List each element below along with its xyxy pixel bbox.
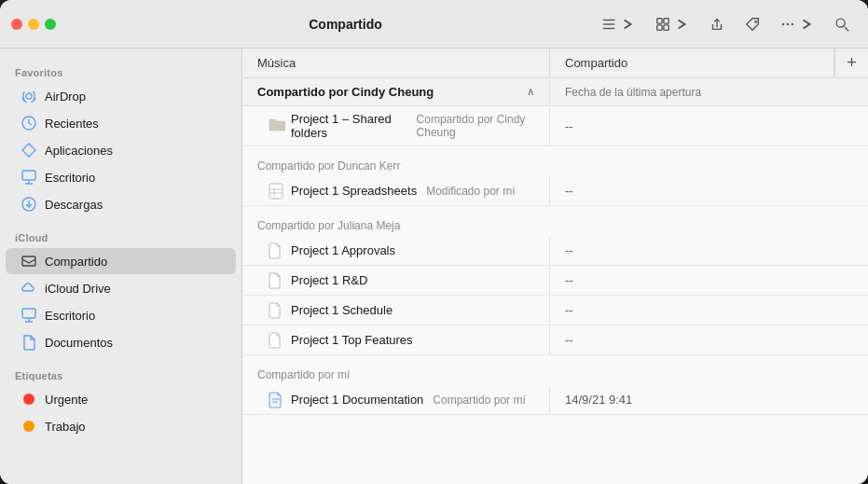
- close-button[interactable]: [11, 19, 22, 30]
- file-subtitle-project1-spreadsheets: Modificado por mí: [426, 185, 515, 198]
- table-row[interactable]: Project 1 Spreadsheets Modificado por mí…: [242, 176, 868, 206]
- file-name-project1-approvals: Project 1 Approvals: [291, 243, 395, 257]
- file-list: Compartido por Cindy Cheung ∧ Compartido…: [242, 78, 868, 484]
- grid-icon: [654, 16, 671, 33]
- download-icon: [21, 196, 37, 213]
- list-view-button[interactable]: [594, 12, 642, 36]
- sidebar-item-compartido[interactable]: Compartido: [6, 248, 236, 274]
- desktop2-icon: [21, 307, 37, 324]
- sidebar-item-descargas[interactable]: Descargas: [6, 191, 236, 217]
- doc4-icon: [269, 332, 285, 349]
- file-main-project1-shared: Project 1 – Shared folders Compartido po…: [242, 106, 550, 145]
- doc2-icon: [269, 272, 285, 289]
- traffic-lights: [11, 19, 56, 30]
- file-name-project1-shared: Project 1 – Shared folders: [291, 112, 407, 140]
- svg-rect-4: [664, 18, 668, 22]
- doc-icon: [269, 242, 285, 259]
- shared-icon: [21, 253, 37, 270]
- file-main-project1-schedule: Project 1 Schedule: [242, 297, 550, 325]
- sidebar-item-icloud-drive[interactable]: iCloud Drive: [6, 275, 236, 301]
- table-row[interactable]: Project 1 Schedule --: [242, 296, 868, 325]
- file-subtitle-project1-shared: Compartido por Cindy Cheung: [417, 113, 542, 139]
- file-name-project1-top-features: Project 1 Top Features: [291, 333, 413, 347]
- share-button[interactable]: [702, 12, 732, 36]
- list-chevron-icon: [619, 16, 636, 33]
- sidebar-item-recientes[interactable]: Recientes: [6, 110, 236, 136]
- table-row[interactable]: Project 1 – Shared folders Compartido po…: [242, 106, 868, 146]
- apps-icon: [21, 142, 37, 159]
- file-date-project1-rd: --: [550, 268, 868, 293]
- table-row[interactable]: Project 1 Top Features --: [242, 325, 868, 355]
- titlebar: Compartido: [0, 0, 868, 48]
- file-date-project1-approvals: --: [550, 238, 868, 263]
- date-header-cindy-title: Compartido por Cindy Cheung: [257, 85, 434, 99]
- documentos-label: Documentos: [45, 336, 113, 350]
- sidebar-item-urgente[interactable]: Urgente: [6, 386, 236, 412]
- trabajo-label: Trabajo: [45, 420, 86, 434]
- urgente-icon: [21, 391, 37, 408]
- group-duncan-label: Compartido por Duncan Kerr: [257, 159, 400, 173]
- more-button[interactable]: [773, 12, 821, 36]
- aplicaciones-label: Aplicaciones: [45, 144, 113, 158]
- group-mine-label: Compartido por mí: [257, 368, 350, 381]
- date-header-cindy-chevron: ∧: [527, 86, 534, 98]
- file-date-project1-top-features: --: [550, 327, 868, 353]
- sidebar-item-escritorio2[interactable]: Escritorio: [6, 302, 236, 328]
- clock-icon: [21, 115, 37, 131]
- minimize-button[interactable]: [28, 19, 39, 30]
- sidebar-item-escritorio1[interactable]: Escritorio: [6, 164, 236, 190]
- file-date-project1-documentation: 14/9/21 9:41: [550, 387, 868, 412]
- file-name-project1-documentation: Project 1 Documentation: [291, 393, 423, 407]
- compartido-label: Compartido: [45, 255, 107, 269]
- table-row[interactable]: Project 1 Approvals --: [242, 236, 868, 266]
- column-music-label: Música: [257, 56, 296, 70]
- content-area: Música Compartido + Compartido por Cindy…: [242, 48, 868, 484]
- cloud-icon: [21, 280, 37, 297]
- forward-button[interactable]: [86, 12, 97, 36]
- file-name-project1-spreadsheets: Project 1 Spreadsheets: [291, 184, 417, 198]
- column-shared[interactable]: Compartido: [550, 48, 834, 77]
- file-main-project1-rd: Project 1 R&D: [242, 267, 550, 295]
- group-header-mine: Compartido por mí: [242, 359, 868, 385]
- svg-rect-3: [657, 18, 662, 22]
- search-button[interactable]: [827, 12, 857, 36]
- sidebar-item-documentos[interactable]: Documentos: [6, 329, 236, 355]
- folder-icon: [269, 118, 285, 134]
- sidebar-section-favoritos: Favoritos: [0, 60, 241, 82]
- sidebar-item-airdrop[interactable]: AirDrop: [6, 83, 236, 109]
- file-name-project1-schedule: Project 1 Schedule: [291, 303, 393, 317]
- finder-window: Compartido: [0, 0, 868, 484]
- nav-buttons: [71, 12, 97, 36]
- doc3-icon: [269, 302, 285, 319]
- file-main-project1-top-features: Project 1 Top Features: [242, 326, 550, 354]
- table-row[interactable]: Project 1 Documentation Compartido por m…: [242, 385, 868, 415]
- svg-point-11: [792, 22, 793, 24]
- spreadsheet-icon: [269, 183, 285, 200]
- date-header-cindy: Compartido por Cindy Cheung ∧ Fecha de l…: [242, 78, 868, 106]
- column-music[interactable]: Música: [242, 48, 550, 77]
- more-chevron-icon: [798, 16, 815, 33]
- grid-chevron-icon: [673, 16, 690, 33]
- svg-point-8: [754, 20, 757, 22]
- back-button[interactable]: [71, 12, 82, 36]
- table-row[interactable]: Project 1 R&D --: [242, 266, 868, 296]
- search-icon: [834, 16, 850, 33]
- sidebar-section-icloud: iCloud: [0, 225, 241, 247]
- group-header-juliana: Compartido por Juliana Meja: [242, 210, 868, 236]
- file-date-project1-shared: --: [550, 114, 868, 139]
- grid-view-button[interactable]: [648, 12, 696, 36]
- maximize-button[interactable]: [45, 19, 56, 30]
- tag-button[interactable]: [737, 12, 767, 36]
- share-icon: [709, 16, 725, 33]
- sidebar-item-aplicaciones[interactable]: Aplicaciones: [6, 137, 236, 163]
- sidebar-item-trabajo[interactable]: Trabajo: [6, 413, 236, 439]
- add-column-button[interactable]: +: [834, 48, 868, 77]
- toolbar-right: [594, 12, 857, 36]
- svg-line-13: [845, 26, 849, 31]
- file-date-project1-schedule: --: [550, 297, 868, 323]
- escritorio1-label: Escritorio: [45, 171, 95, 185]
- airdrop-label: AirDrop: [45, 90, 86, 104]
- svg-rect-16: [22, 171, 35, 180]
- column-shared-label: Compartido: [565, 56, 627, 70]
- desktop-icon: [21, 169, 37, 186]
